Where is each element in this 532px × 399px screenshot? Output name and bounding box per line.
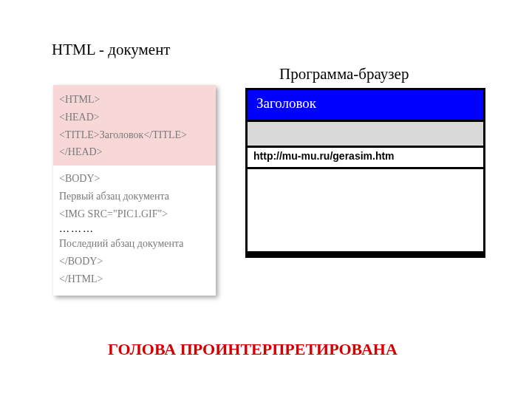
code-line: <TITLE>Заголовок</TITLE> xyxy=(59,126,210,144)
code-line: <HEAD> xyxy=(59,109,210,126)
code-line: </HEAD> xyxy=(59,143,210,161)
ellipsis: ……… xyxy=(59,223,210,236)
code-line: <BODY> xyxy=(59,170,210,188)
browser-addressbar[interactable]: http://mu-mu.ru/gerasim.htm xyxy=(248,148,483,167)
footer-caption: ГОЛОВА ПРОИНТЕРПРЕТИРОВАНА xyxy=(108,340,398,359)
browser-menubar xyxy=(248,122,483,146)
code-line: <HTML> xyxy=(59,91,210,109)
browser-window: Заголовок http://mu-mu.ru/gerasim.htm xyxy=(245,88,485,258)
code-line: </BODY> xyxy=(59,253,210,270)
code-line: Первый абзац документа xyxy=(59,188,210,205)
browser-viewport xyxy=(248,169,483,251)
code-line: </HTML> xyxy=(59,270,210,288)
code-line: Последний абзац документа xyxy=(59,235,210,253)
heading-browser: Программа-браузер xyxy=(279,65,409,83)
head-section: <HTML> <HEAD> <TITLE>Заголовок</TITLE> <… xyxy=(53,85,216,166)
html-source-box: <HTML> <HEAD> <TITLE>Заголовок</TITLE> <… xyxy=(53,85,216,296)
browser-titlebar: Заголовок xyxy=(248,90,483,120)
heading-html-doc: HTML - документ xyxy=(52,41,171,59)
code-line: <IMG SRC="PIC1.GIF"> xyxy=(59,205,210,223)
body-section: <BODY> Первый абзац документа <IMG SRC="… xyxy=(53,166,216,296)
